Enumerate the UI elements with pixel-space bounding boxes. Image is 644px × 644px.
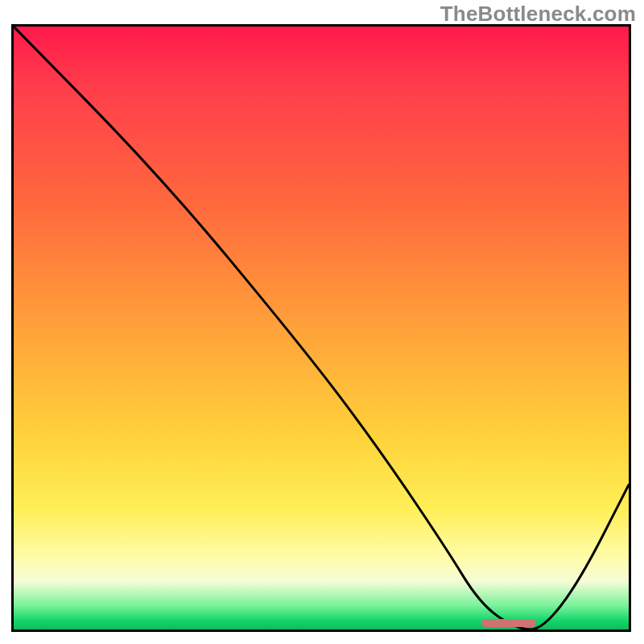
curve-path [14, 27, 629, 630]
plot-frame [11, 24, 631, 632]
optimum-range-marker [481, 619, 537, 627]
watermark-text: TheBottleneck.com [440, 2, 636, 27]
bottleneck-curve [14, 27, 629, 630]
chart-canvas: TheBottleneck.com [0, 0, 644, 644]
